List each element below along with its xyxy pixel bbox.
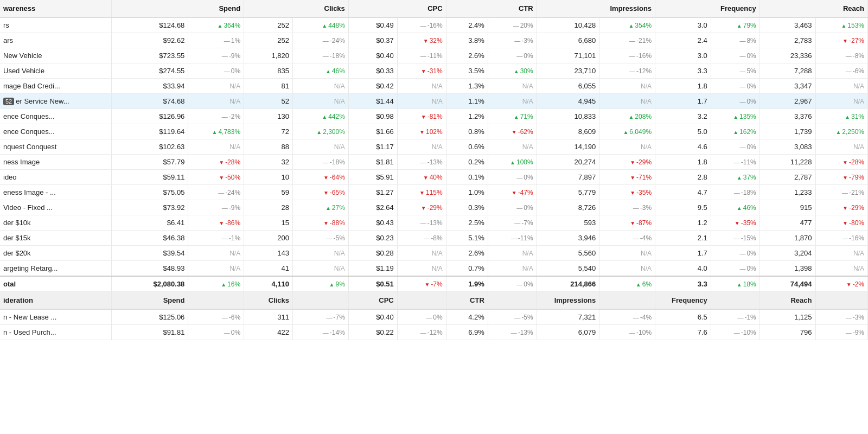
spend-delta: N/A [188,261,244,277]
table-row[interactable]: Used Vehicle$274.55 0%835 46%$0.33 -31%3… [0,63,868,79]
cpc-value: $0.40 [348,48,397,63]
clicks-delta: 448% [293,17,349,33]
ctr-delta: -5% [488,309,537,325]
impressions-value: 6,055 [537,79,599,94]
total-impressions-delta: 6% [599,276,655,292]
table-row[interactable]: argeting Retarg...$48.93N/A41N/A$1.19N/A… [0,261,868,277]
impressions-value: 14,190 [537,139,599,155]
clicks-delta: -24% [293,33,349,48]
table-row[interactable]: 52er Service New...$74.68N/A52N/A$1.44N/… [0,94,868,109]
table-row[interactable]: ideo$59.11 -50%10 -64%$5.91 40%0.1% 0%7,… [0,170,868,185]
table-row[interactable]: der $15k$46.38 -1%200 -5%$0.23 -8%5.1% -… [0,231,868,246]
total-reach: 74,494 [760,276,815,292]
ctr-value: 1.1% [446,94,488,109]
total-clicks-delta: 9% [293,276,349,292]
reach-value: 1,870 [760,231,815,246]
table-row[interactable]: n - Used Purch...$91.81 0%422 -14%$0.22 … [0,325,868,340]
row-name: Video - Fixed ... [0,200,112,215]
clicks-value: 81 [244,79,293,94]
table-row[interactable]: der $20k$39.54N/A143N/A$0.28N/A2.6%N/A5,… [0,246,868,261]
clicks-value: 252 [244,17,293,33]
clicks-value: 32 [244,155,293,170]
row-name: mage Bad Credi... [0,79,112,94]
cpc-delta: 32% [397,33,446,48]
spend-value: $39.54 [112,246,188,261]
clicks-value: 252 [244,33,293,48]
spend-delta: 364% [188,17,244,33]
cpc-delta: -11% [397,48,446,63]
reach-value: 1,398 [760,261,815,277]
frequency-header[interactable]: Frequency [655,0,760,17]
consideration-frequency-header[interactable]: Frequency [655,292,711,310]
frequency-value: 2.1 [655,231,711,246]
spend-header[interactable]: Spend [112,0,244,17]
impressions-header[interactable]: Impressions [537,0,655,17]
total-cpc-delta: -7% [397,276,446,292]
table-row[interactable]: mage Bad Credi...$33.94N/A81N/A$0.42N/A1… [0,79,868,94]
clicks-delta: -7% [293,309,349,325]
frequency-delta: 0% [711,79,760,94]
frequency-delta: -15% [711,231,760,246]
cpc-value: $1.17 [348,139,397,155]
ctr-value: 0.2% [446,155,488,170]
consideration-cpc-header[interactable]: CPC [348,292,397,310]
cpc-header[interactable]: CPC [348,0,446,17]
ctr-value: 0.6% [446,139,488,155]
spend-delta: N/A [188,79,244,94]
table-row[interactable]: ence Conques...$126.96 -2%130 442%$0.98 … [0,109,868,124]
impressions-delta: N/A [599,79,655,94]
reach-value: 3,463 [760,17,815,33]
impressions-value: 71,101 [537,48,599,63]
table-row[interactable]: Video - Fixed ...$73.92 -9%28 27%$2.64 -… [0,200,868,215]
ctr-delta: -13% [488,325,537,340]
clicks-header[interactable]: Clicks [244,0,349,17]
clicks-delta: N/A [293,94,349,109]
table-row[interactable]: nquest Conquest$102.63N/A88N/A$1.17N/A0.… [0,139,868,155]
ctr-header[interactable]: CTR [446,0,537,17]
consideration-clicks-header[interactable]: Clicks [244,292,293,310]
spend-delta: -86% [188,215,244,231]
impressions-delta: 354% [599,17,655,33]
consideration-spend-header[interactable]: Spend [112,292,188,310]
impressions-value: 10,428 [537,17,599,33]
impressions-value: 10,833 [537,109,599,124]
frequency-delta: -10% [711,325,760,340]
row-name: argeting Retarg... [0,261,112,277]
frequency-delta: 0% [711,48,760,63]
spend-value: $723.55 [112,48,188,63]
table-row[interactable]: rs$124.68 364%252 448%$0.49 -16%2.4% 20%… [0,17,868,33]
consideration-reach-header[interactable]: Reach [760,292,815,310]
impressions-value: 593 [537,215,599,231]
total-frequency: 3.3 [655,276,711,292]
ctr-delta: -7% [488,215,537,231]
clicks-delta: -64% [293,170,349,185]
reach-delta: -21% [815,185,867,200]
impressions-delta: 6,049% [599,124,655,139]
reach-delta: 31% [815,109,867,124]
table-row[interactable]: n - New Lease ...$125.06 -6%311 -7%$0.40… [0,309,868,325]
cpc-value: $0.98 [348,109,397,124]
consideration-ctr-header[interactable]: CTR [446,292,488,310]
clicks-value: 1,820 [244,48,293,63]
impressions-delta: -29% [599,155,655,170]
impressions-delta: N/A [599,246,655,261]
table-row[interactable]: ars$92.62 1%252 -24%$0.37 32%3.8% -3%6,6… [0,33,868,48]
clicks-delta: -5% [293,231,349,246]
impressions-delta: -21% [599,33,655,48]
reach-value: 796 [760,325,815,340]
consideration-section-header: ideration [0,292,112,310]
cpc-delta: N/A [397,261,446,277]
reach-header[interactable]: Reach [760,0,867,17]
clicks-delta: N/A [293,139,349,155]
consideration-impressions-header[interactable]: Impressions [537,292,599,310]
table-row[interactable]: der $10k$6.41 -86%15 -88%$0.43 -13%2.5% … [0,215,868,231]
frequency-value: 1.7 [655,94,711,109]
impressions-delta: -35% [599,185,655,200]
cpc-value: $0.37 [348,33,397,48]
table-row[interactable]: eness Image - ...$75.05 -24%59 -65%$1.27… [0,185,868,200]
spend-value: $57.79 [112,155,188,170]
frequency-value: 3.0 [655,48,711,63]
table-row[interactable]: ness Image$57.79 -28%32 -18%$1.81 -13%0.… [0,155,868,170]
table-row[interactable]: New Vehicle$723.55 -9%1,820 -18%$0.40 -1… [0,48,868,63]
table-row[interactable]: ence Conques...$119.64 4,783%72 2,300%$1… [0,124,868,139]
